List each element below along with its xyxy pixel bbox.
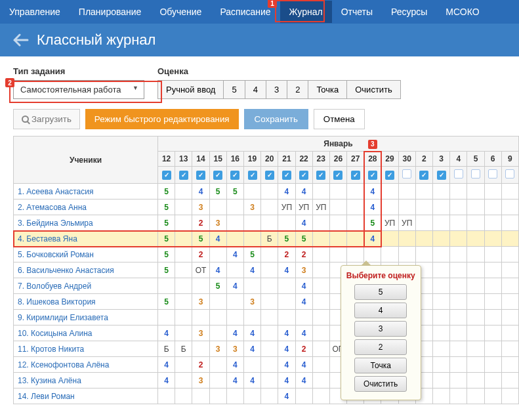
grade-cell[interactable]: 4 (278, 373, 295, 388)
grade-cell[interactable] (484, 231, 501, 247)
grade-cell[interactable] (433, 200, 450, 215)
grade-cell[interactable] (450, 373, 467, 388)
grade-cell[interactable] (450, 388, 467, 404)
grade-cell[interactable] (312, 184, 329, 200)
student-name[interactable]: 2. Атемасова Анна (14, 200, 158, 215)
day-checkbox[interactable]: ✓ (179, 171, 188, 180)
grade-cell[interactable]: 4 (158, 373, 175, 388)
popup-option-4[interactable]: Точка (354, 358, 407, 373)
grade-cell[interactable] (347, 215, 364, 231)
grade-cell[interactable] (192, 310, 209, 326)
grade-cell[interactable] (415, 231, 432, 247)
grade-cell[interactable] (209, 388, 226, 404)
grade-cell[interactable] (312, 278, 329, 294)
grade-cell[interactable]: 4 (278, 341, 295, 357)
student-name[interactable]: 10. Косицына Алина (14, 326, 158, 341)
day-header[interactable]: 3 (433, 152, 450, 167)
grade-cell[interactable] (450, 247, 467, 262)
grade-cell[interactable] (501, 262, 518, 278)
grade-cell[interactable] (192, 341, 209, 357)
fast-edit-button[interactable]: Режим быстрого редактирования (85, 109, 239, 129)
grade-cell[interactable] (175, 388, 192, 404)
day-checkbox[interactable]: ✓ (248, 171, 257, 180)
grade-cell[interactable] (158, 310, 175, 326)
grade-cell[interactable] (209, 294, 226, 310)
grade-cell[interactable]: 5 (158, 294, 175, 310)
grade-cell[interactable]: УП (381, 215, 398, 231)
grade-btn-6[interactable]: Очистить (346, 80, 401, 99)
grade-cell[interactable]: 5 (364, 215, 381, 231)
grade-cell[interactable] (243, 278, 260, 294)
grade-cell[interactable] (501, 200, 518, 215)
grade-cell[interactable] (467, 278, 484, 294)
grade-cell[interactable] (329, 200, 346, 215)
day-header[interactable]: 30 (398, 152, 415, 167)
grade-cell[interactable] (312, 388, 329, 404)
grade-cell[interactable] (467, 184, 484, 200)
grade-cell[interactable] (209, 326, 226, 341)
grade-cell[interactable] (501, 326, 518, 341)
grade-cell[interactable] (278, 294, 295, 310)
grade-cell[interactable]: 4 (243, 262, 260, 278)
student-name[interactable]: 12. Ксенофонтова Алёна (14, 357, 158, 373)
grade-cell[interactable]: 3 (243, 294, 260, 310)
day-checkbox[interactable]: ✓ (299, 171, 308, 180)
nav-item-2[interactable]: Обучение (150, 1, 211, 23)
grade-cell[interactable]: 4 (295, 278, 312, 294)
grade-cell[interactable]: 5 (226, 184, 243, 200)
grade-cell[interactable] (226, 215, 243, 231)
day-header[interactable]: 5 (467, 152, 484, 167)
popup-option-1[interactable]: 4 (354, 303, 407, 318)
day-header[interactable]: 28 (364, 152, 381, 167)
day-header[interactable]: 12 (158, 152, 175, 167)
nav-item-6[interactable]: Ресурсы (382, 1, 436, 23)
grade-cell[interactable] (312, 326, 329, 341)
grade-cell[interactable] (484, 184, 501, 200)
grade-cell[interactable]: Б (158, 341, 175, 357)
grade-cell[interactable] (501, 231, 518, 247)
grade-cell[interactable]: 4 (226, 326, 243, 341)
day-checkbox[interactable]: ✓ (385, 171, 394, 180)
grade-cell[interactable] (450, 184, 467, 200)
grade-cell[interactable] (175, 200, 192, 215)
grade-cell[interactable]: 4 (192, 184, 209, 200)
grade-cell[interactable] (450, 200, 467, 215)
grade-cell[interactable]: 4 (295, 357, 312, 373)
grade-cell[interactable] (261, 310, 278, 326)
day-checkbox[interactable]: ✓ (162, 171, 171, 180)
student-name[interactable]: 9. Киримлиди Елизавета (14, 310, 158, 326)
grade-cell[interactable]: 4 (278, 184, 295, 200)
grade-cell[interactable] (450, 231, 467, 247)
grade-cell[interactable]: 3 (192, 294, 209, 310)
student-name[interactable]: 4. Бестаева Яна (14, 231, 158, 247)
grade-cell[interactable]: 5 (158, 262, 175, 278)
grade-cell[interactable] (243, 388, 260, 404)
grade-cell[interactable] (398, 231, 415, 247)
grade-cell[interactable] (501, 357, 518, 373)
grade-cell[interactable]: 5 (158, 184, 175, 200)
grade-cell[interactable] (261, 388, 278, 404)
grade-cell[interactable]: 3 (192, 326, 209, 341)
grade-cell[interactable]: 4 (295, 215, 312, 231)
grade-cell[interactable]: Б (261, 231, 278, 247)
grade-cell[interactable]: 5 (243, 247, 260, 262)
grade-cell[interactable] (278, 310, 295, 326)
grade-cell[interactable] (261, 341, 278, 357)
grade-cell[interactable] (175, 326, 192, 341)
grade-cell[interactable]: 5 (209, 184, 226, 200)
grade-cell[interactable] (312, 215, 329, 231)
grade-cell[interactable] (501, 278, 518, 294)
grade-cell[interactable] (501, 388, 518, 404)
grade-cell[interactable]: 5 (158, 231, 175, 247)
grade-btn-5[interactable]: Точка (308, 80, 346, 99)
day-header[interactable]: 4 (450, 152, 467, 167)
grade-cell[interactable] (381, 200, 398, 215)
day-header[interactable]: 26 (329, 152, 346, 167)
grade-cell[interactable]: 2 (295, 247, 312, 262)
grade-cell[interactable] (484, 310, 501, 326)
grade-cell[interactable] (484, 388, 501, 404)
grade-cell[interactable]: 5 (158, 247, 175, 262)
grade-cell[interactable] (467, 310, 484, 326)
grade-cell[interactable] (467, 326, 484, 341)
grade-cell[interactable]: 2 (295, 341, 312, 357)
